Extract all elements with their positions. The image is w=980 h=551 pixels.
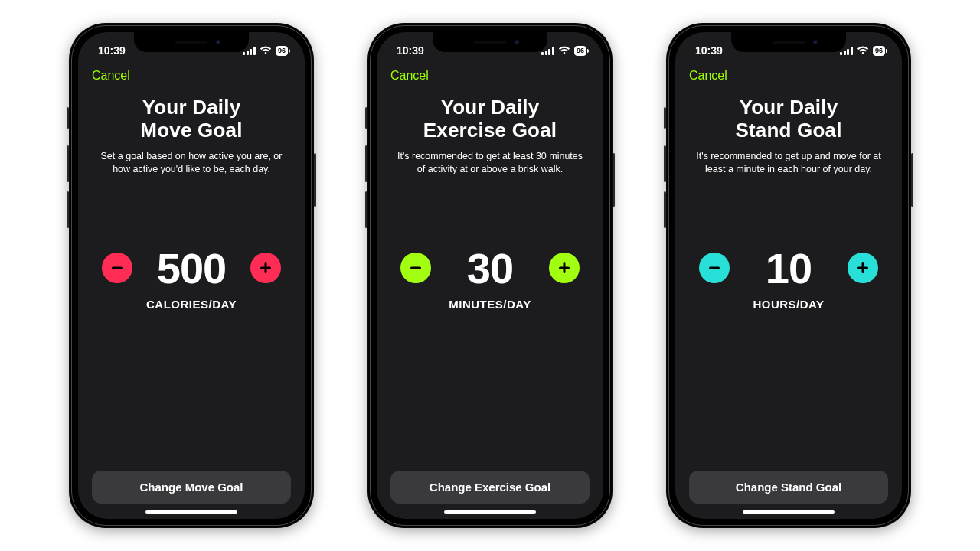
notch <box>433 32 547 52</box>
plus-icon <box>557 260 572 276</box>
wifi-icon <box>260 46 272 55</box>
goal-stepper: 30 <box>394 243 586 293</box>
home-indicator[interactable] <box>145 510 237 514</box>
change-goal-button[interactable]: Change Move Goal <box>92 471 291 504</box>
goal-stepper: 10 <box>692 243 885 293</box>
battery-indicator: 96 <box>873 46 885 56</box>
goal-unit: CALORIES/DAY <box>146 298 237 311</box>
decrement-button[interactable] <box>400 253 431 283</box>
notch <box>134 32 249 52</box>
phone-mockup-move: 10:39 96 Cancel Your Daily Move Goal Set… <box>69 23 314 528</box>
svg-rect-0 <box>112 267 122 269</box>
phone-mockup-stand: 10:39 96 Cancel Your Daily Stand Goal It… <box>666 23 911 528</box>
plus-icon <box>258 260 273 276</box>
home-indicator[interactable] <box>444 510 536 514</box>
goal-value: 10 <box>746 243 831 293</box>
nav-bar: Cancel <box>78 66 305 89</box>
battery-indicator: 96 <box>276 46 288 56</box>
goal-unit: HOURS/DAY <box>753 298 824 311</box>
minus-icon <box>408 260 423 276</box>
page-title: Your Daily Exercise Goal <box>423 96 557 142</box>
page-title: Your Daily Move Goal <box>140 96 242 142</box>
status-time: 10:39 <box>695 44 723 57</box>
nav-bar: Cancel <box>675 66 902 89</box>
increment-button[interactable] <box>549 253 580 283</box>
decrement-button[interactable] <box>699 253 730 283</box>
change-goal-button[interactable]: Change Stand Goal <box>689 471 888 504</box>
nav-bar: Cancel <box>377 66 603 89</box>
phone-mockup-exercise: 10:39 96 Cancel Your Daily Exercise Goal… <box>368 23 612 528</box>
svg-rect-8 <box>862 262 864 273</box>
screen: 10:39 96 Cancel Your Daily Stand Goal It… <box>675 32 902 519</box>
cancel-button[interactable]: Cancel <box>390 69 429 83</box>
cancel-button[interactable]: Cancel <box>92 69 130 83</box>
page-subtitle: It's recommended to get at least 30 minu… <box>394 150 586 176</box>
wifi-icon <box>558 46 570 55</box>
decrement-button[interactable] <box>102 253 132 283</box>
page-subtitle: It's recommended to get up and move for … <box>692 150 885 176</box>
svg-rect-2 <box>265 262 267 273</box>
minus-icon <box>707 260 722 276</box>
cancel-button[interactable]: Cancel <box>689 69 727 83</box>
status-time: 10:39 <box>397 44 424 57</box>
svg-rect-5 <box>564 262 566 273</box>
increment-button[interactable] <box>250 253 281 283</box>
goal-value: 500 <box>149 243 234 293</box>
status-time: 10:39 <box>98 44 126 57</box>
goal-stepper: 500 <box>95 243 288 293</box>
screen: 10:39 96 Cancel Your Daily Move Goal Set… <box>78 32 305 519</box>
notch <box>731 32 846 52</box>
plus-icon <box>855 260 871 276</box>
page-title: Your Daily Stand Goal <box>735 96 841 142</box>
battery-indicator: 96 <box>574 46 586 56</box>
home-indicator[interactable] <box>743 510 835 514</box>
svg-rect-6 <box>709 267 720 269</box>
goal-value: 30 <box>448 243 532 293</box>
increment-button[interactable] <box>848 253 878 283</box>
screen: 10:39 96 Cancel Your Daily Exercise Goal… <box>377 32 603 519</box>
svg-rect-3 <box>410 267 421 269</box>
wifi-icon <box>857 46 869 55</box>
page-subtitle: Set a goal based on how active you are, … <box>95 150 288 176</box>
change-goal-button[interactable]: Change Exercise Goal <box>390 471 590 504</box>
minus-icon <box>109 260 125 276</box>
goal-unit: MINUTES/DAY <box>449 298 531 311</box>
